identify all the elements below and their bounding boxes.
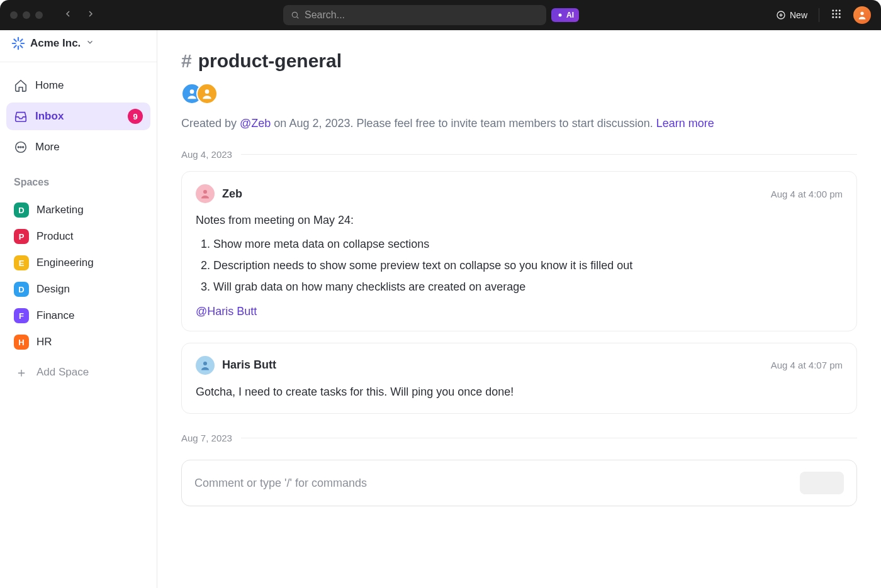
message-body: Gotcha, I need to create tasks for this.… [196,384,843,401]
svg-point-0 [292,12,297,17]
space-item[interactable]: DDesign [6,276,150,302]
svg-line-20 [14,39,16,41]
svg-point-26 [20,147,21,148]
apps-button[interactable] [831,8,842,22]
apps-grid-icon [831,8,842,19]
space-name: Engineering [36,257,94,269]
person-icon [199,360,211,371]
forward-button[interactable] [82,8,99,23]
channel-members[interactable] [181,83,857,104]
person-icon [199,188,211,199]
plus-icon: ＋ [14,365,29,380]
plus-circle-icon [776,10,786,20]
list-item: Will grab data on how many checklists ar… [213,279,843,296]
hash-icon: # [181,50,192,72]
divider [819,8,819,22]
svg-point-15 [860,12,863,15]
person-icon [857,10,867,20]
nav-more-label: More [35,141,60,153]
message-body: Notes from meeting on May 24: Show more … [196,212,843,296]
message-mention[interactable]: @Haris Butt [196,305,843,318]
home-icon [14,79,28,92]
message-time: Aug 4 at 4:00 pm [771,189,843,199]
message-time: Aug 4 at 4:07 pm [771,360,843,370]
date-label: Aug 7, 2023 [181,433,232,443]
svg-point-30 [203,190,207,194]
workspace-logo-icon [11,36,25,50]
nav-home[interactable]: Home [6,72,150,99]
topbar: Search... AI New [0,0,881,30]
svg-point-27 [23,147,24,148]
space-item[interactable]: EEngineering [6,250,150,276]
sidebar: Acme Inc. Home Inbox 9 More Spaces DMark… [0,30,157,588]
space-badge: D [14,202,29,218]
space-badge: E [14,255,29,270]
search-input[interactable]: Search... [283,5,546,25]
history-nav [59,8,99,23]
space-badge: H [14,335,29,350]
svg-point-2 [559,14,562,17]
ai-button[interactable]: AI [551,8,579,22]
nav-more[interactable]: More [6,134,150,160]
nav-inbox-label: Inbox [35,110,64,123]
svg-point-13 [836,16,838,18]
svg-point-11 [839,13,841,15]
chevron-down-icon [86,38,94,49]
learn-more-link[interactable]: Learn more [656,117,714,130]
more-icon [14,140,28,154]
space-badge: D [14,282,29,297]
space-name: Design [36,283,70,296]
user-avatar[interactable] [853,6,871,24]
svg-line-22 [14,45,16,47]
add-space-button[interactable]: ＋ Add Space [6,359,150,386]
space-name: Product [36,230,74,243]
ai-label: AI [566,11,574,19]
comment-composer[interactable]: Comment or type '/' for commands [181,460,857,506]
new-label: New [790,10,807,20]
svg-point-8 [839,9,841,11]
space-item[interactable]: DMarketing [6,197,150,223]
list-item: Description needs to show some preview t… [213,257,843,275]
message-card: Haris Butt Aug 4 at 4:07 pm Gotcha, I ne… [181,343,857,414]
space-name: HR [36,336,52,348]
person-icon [201,87,213,100]
space-item[interactable]: FFinance [6,302,150,329]
svg-point-6 [832,9,834,11]
main-content: # product-general Created by @Zeb on Aug… [157,30,881,588]
author-avatar[interactable] [196,184,215,203]
svg-point-12 [832,16,834,18]
inbox-icon [14,109,28,123]
nav-home-label: Home [35,79,64,92]
traffic-light-close[interactable] [10,11,18,19]
send-button[interactable] [800,472,844,494]
window-controls [10,11,43,19]
nav-inbox[interactable]: Inbox 9 [6,103,150,130]
svg-point-29 [205,89,210,94]
svg-point-9 [832,13,834,15]
svg-line-23 [20,39,22,41]
space-item[interactable]: HHR [6,329,150,355]
space-name: Finance [36,309,74,322]
traffic-light-min[interactable] [23,11,30,19]
svg-line-1 [297,17,299,19]
list-item: Show more meta data on collapse sections [213,236,843,253]
creator-mention[interactable]: @Zeb [240,117,271,130]
svg-line-21 [20,45,22,47]
new-button[interactable]: New [776,10,807,20]
svg-point-31 [203,362,207,365]
author-avatar[interactable] [196,356,215,375]
space-item[interactable]: PProduct [6,223,150,250]
composer-placeholder: Comment or type '/' for commands [194,477,800,490]
back-button[interactable] [59,8,77,23]
svg-point-7 [836,9,838,11]
svg-point-28 [190,89,194,94]
date-divider: Aug 4, 2023 [181,149,857,160]
space-badge: P [14,229,29,244]
workspace-switcher[interactable]: Acme Inc. [0,30,157,62]
traffic-light-max[interactable] [35,11,43,19]
space-badge: F [14,308,29,323]
workspace-name: Acme Inc. [30,37,81,50]
channel-name: product-general [198,50,342,72]
message-author: Haris Butt [222,358,276,372]
search-icon [291,11,300,19]
